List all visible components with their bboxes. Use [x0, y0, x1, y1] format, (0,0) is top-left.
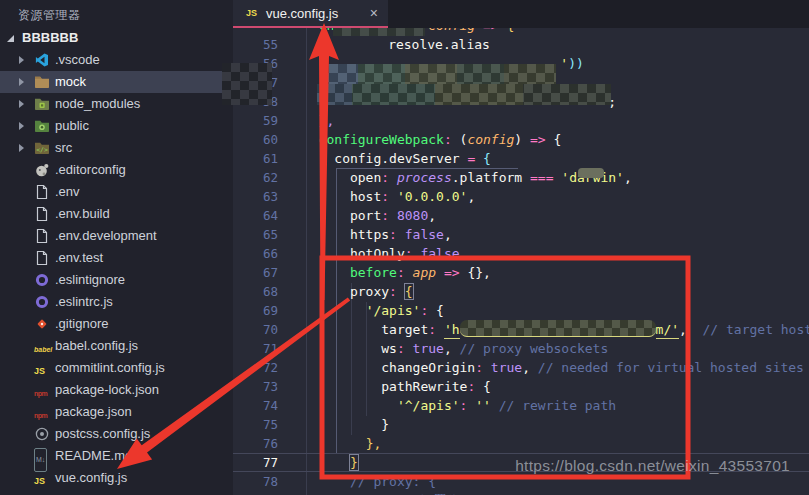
tree-item-readme-md[interactable]: M↓README.md	[0, 445, 233, 467]
line-content: port: 8080,	[303, 206, 436, 225]
censor-mosaic	[320, 64, 556, 84]
explorer-title: 资源管理器	[18, 7, 81, 24]
line-content: },	[303, 434, 381, 453]
line-content: changeOrigin: true, // needed for virtua…	[303, 358, 804, 377]
tree-item--env-build[interactable]: .env.build	[0, 203, 233, 225]
code-line-73[interactable]: 73 pathRewrite: {	[233, 377, 809, 396]
code-line-79[interactable]: 79 // }, // 设置代理	[233, 491, 809, 495]
npm-icon: npm	[34, 404, 50, 420]
line-content: }	[303, 415, 389, 434]
line-content: // }, // 设置代理	[303, 491, 472, 495]
tree-item--env[interactable]: .env	[0, 181, 233, 203]
code-line-68[interactable]: 68 proxy: {	[233, 282, 809, 301]
tree-item-label: .env.build	[55, 203, 110, 225]
code-line-64[interactable]: 64 port: 8080,	[233, 206, 809, 225]
tree-item--eslintignore[interactable]: .eslintignore	[0, 269, 233, 291]
readme-icon: M↓	[34, 448, 50, 464]
file-icon	[34, 250, 50, 266]
tree-item--env-test[interactable]: .env.test	[0, 247, 233, 269]
line-number: 66	[233, 244, 278, 263]
code-line-69[interactable]: 69 '/apis': {	[233, 301, 809, 320]
line-number: 71	[233, 339, 278, 358]
censor-mosaic-inline	[460, 320, 656, 337]
tree-item-public[interactable]: public	[0, 115, 233, 137]
code-line-60[interactable]: 60 configureWebpack: (config) => {	[233, 130, 809, 149]
tree-item-label: postcss.config.js	[55, 423, 150, 445]
code-line-72[interactable]: 72 changeOrigin: true, // needed for vir…	[233, 358, 809, 377]
line-number: 74	[233, 396, 278, 415]
code-line-54[interactable]: chainWebpack: config => {	[233, 28, 809, 35]
project-root[interactable]: BBBBBB	[0, 27, 233, 49]
tree-item-label: public	[55, 115, 89, 137]
censor-mosaic	[317, 84, 611, 105]
chevron-right-icon	[19, 78, 24, 86]
tree-item-mock[interactable]: mock	[0, 71, 233, 93]
tree-item-label: mock	[55, 71, 86, 93]
tree-item-node-modules[interactable]: node_modules	[0, 93, 233, 115]
chevron-right-icon	[19, 56, 24, 64]
code-line-75[interactable]: 75 }	[233, 415, 809, 434]
line-content: }	[303, 453, 358, 472]
js-icon: JS	[34, 360, 50, 376]
code-line-59[interactable]: 59 },	[233, 111, 809, 130]
code-line-62[interactable]: 62 open: process.platform === 'darwin',	[233, 168, 809, 187]
line-content: '/apis': {	[303, 301, 444, 320]
code-line-66[interactable]: 66 hotOnly: false,	[233, 244, 809, 263]
line-number: 69	[233, 301, 278, 320]
censor-mosaic	[578, 168, 604, 178]
chevron-expanded-icon	[7, 35, 14, 42]
node-icon	[34, 96, 50, 112]
tab-bar: JS vue.config.js ×	[233, 0, 809, 28]
tree-item-vue-config-js[interactable]: JSvue.config.js	[0, 467, 233, 489]
censor-mosaic	[222, 63, 272, 105]
line-number: 63	[233, 187, 278, 206]
code-line-61[interactable]: 61 config.devServer = {	[233, 149, 809, 168]
chevron-right-icon	[19, 122, 24, 130]
tree-item--gitignore[interactable]: .gitignore	[0, 313, 233, 335]
tab-vue-config-js[interactable]: JS vue.config.js ×	[233, 0, 388, 28]
code-line-71[interactable]: 71 ws: true, // proxy websockets	[233, 339, 809, 358]
code-line-67[interactable]: 67 before: app => {},	[233, 263, 809, 282]
line-number: 65	[233, 225, 278, 244]
tree-item-label: .env	[55, 181, 80, 203]
line-number: 76	[233, 434, 278, 453]
line-content: https: false,	[303, 225, 452, 244]
tree-item-label: babel.config.js	[55, 335, 138, 357]
git-icon	[34, 316, 50, 332]
line-number: 61	[233, 149, 278, 168]
tree-item--eslintrc-js[interactable]: .eslintrc.js	[0, 291, 233, 313]
tree-item-label: .editorconfig	[55, 159, 126, 181]
line-content: // proxy: {	[303, 472, 436, 491]
npm-icon: npm	[34, 382, 50, 398]
tree-item-postcss-config-js[interactable]: postcss.config.js	[0, 423, 233, 445]
line-number: 77	[233, 453, 278, 472]
tree-item-package-lock-json[interactable]: npmpackage-lock.json	[0, 379, 233, 401]
code-line-65[interactable]: 65 https: false,	[233, 225, 809, 244]
line-number: 55	[233, 35, 278, 54]
tree-item-src[interactable]: </>src	[0, 137, 233, 159]
line-content: '^/apis': '' // rewrite path	[303, 396, 616, 415]
tree-item-label: .eslintrc.js	[55, 291, 113, 313]
file-icon	[34, 228, 50, 244]
code-line-70[interactable]: 70 target: 'hm/', // target host	[233, 320, 809, 339]
tree-item--editorconfig[interactable]: .editorconfig	[0, 159, 233, 181]
censor-mosaic	[333, 28, 425, 36]
tree-item-label: README.md	[55, 445, 132, 467]
explorer-sidebar: 资源管理器 BBBBBB .vscodemocknode_modulespubl…	[0, 0, 233, 495]
tree-item-package-json[interactable]: npmpackage.json	[0, 401, 233, 423]
code-line-63[interactable]: 63 host: '0.0.0.0',	[233, 187, 809, 206]
line-number: 79	[233, 491, 278, 495]
src-icon: </>	[34, 140, 50, 156]
code-line-76[interactable]: 76 },	[233, 434, 809, 453]
tree-item-commitlint-config-js[interactable]: JScommitlint.config.js	[0, 357, 233, 379]
close-tab-icon[interactable]: ×	[370, 5, 378, 21]
tree-item-babel-config-js[interactable]: babelbabel.config.js	[0, 335, 233, 357]
watermark: https://blog.csdn.net/weixin_43553701	[515, 457, 790, 475]
code-line-74[interactable]: 74 '^/apis': '' // rewrite path	[233, 396, 809, 415]
line-number: 62	[233, 168, 278, 187]
line-content: config.devServer = {	[303, 149, 491, 168]
code-line-55[interactable]: 55 resolve.alias	[233, 35, 809, 54]
tree-item--vscode[interactable]: .vscode	[0, 49, 233, 71]
tree-item--env-development[interactable]: .env.development	[0, 225, 233, 247]
public-icon	[34, 118, 50, 134]
